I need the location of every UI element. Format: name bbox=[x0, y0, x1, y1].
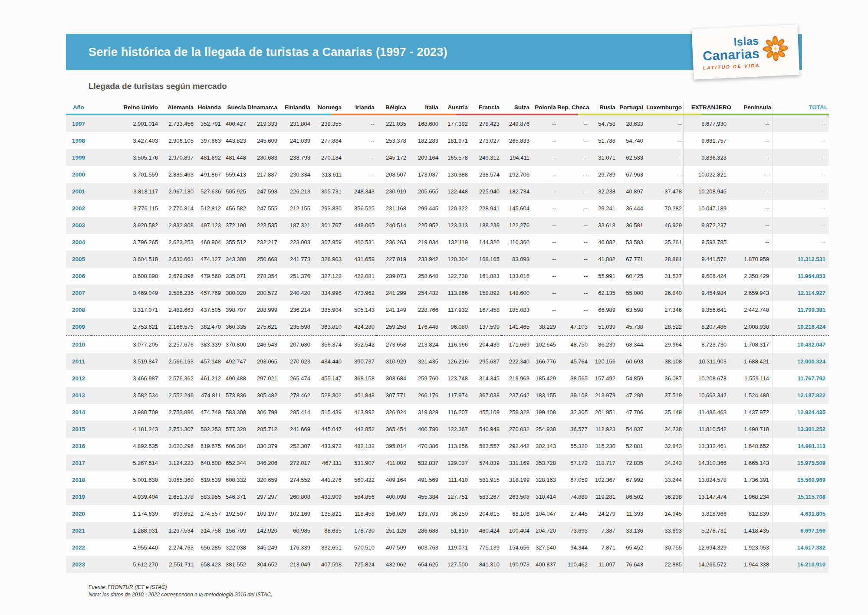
cell-belgica: 411.002 bbox=[376, 455, 408, 471]
cell-portugal: 54.859 bbox=[617, 370, 644, 387]
cell-peninsula: 2.659.943 bbox=[733, 285, 773, 301]
cell-reino-unido: 3.701.559 bbox=[91, 166, 159, 183]
cell-extranjero: 10.663.342 bbox=[684, 387, 733, 404]
cell-holanda: 497.123 bbox=[195, 217, 222, 234]
cell-holanda: 479.560 bbox=[195, 268, 222, 285]
cell-francia: 204.439 bbox=[469, 336, 501, 353]
cell-polonia: 302.143 bbox=[531, 438, 557, 455]
cell-extranjero: 13.824.578 bbox=[684, 471, 733, 488]
table-row: 20083.317.0712.482.663437.505398.707288.… bbox=[66, 301, 829, 318]
cell-suecia: 398.707 bbox=[222, 301, 247, 318]
cell-portugal: 11.393 bbox=[617, 505, 644, 522]
cell-holanda: 658.423 bbox=[195, 556, 222, 573]
cell-noruega: 528.302 bbox=[312, 387, 343, 404]
cell-polonia: -- bbox=[531, 301, 557, 318]
cell-polonia: 104.047 bbox=[531, 505, 557, 522]
cell-portugal: 54.037 bbox=[617, 421, 644, 438]
cell-extranjero: 9.606.424 bbox=[684, 268, 733, 285]
table-row: 20164.892.5353.020.296619.675606.384330.… bbox=[66, 438, 829, 455]
cell-suiza: 145.604 bbox=[501, 200, 531, 217]
cell-portugal: 62.533 bbox=[617, 149, 644, 166]
cell-italia: 654.625 bbox=[408, 556, 440, 573]
cell-rusia: 54.758 bbox=[589, 115, 617, 132]
cell-extranjero: 3.818.966 bbox=[684, 505, 733, 522]
cell-austria: 165.578 bbox=[440, 149, 469, 166]
cell-polonia: -- bbox=[531, 268, 557, 285]
cell-rep-checa: -- bbox=[557, 285, 589, 301]
cell-finlandia: 60.985 bbox=[279, 522, 312, 539]
cell-portugal: 72.835 bbox=[617, 455, 644, 471]
cell-belgica: 407.509 bbox=[376, 539, 408, 556]
cell-suecia: 400.427 bbox=[222, 115, 247, 132]
cell-extranjero: 11.810.542 bbox=[684, 421, 733, 438]
cell-peninsula: -- bbox=[733, 149, 773, 166]
cell-reino-unido: 4.892.535 bbox=[91, 438, 159, 455]
cell-alemania: 2.967.180 bbox=[159, 183, 195, 200]
year-cell: 2023 bbox=[66, 556, 91, 573]
cell-noruega: 239.355 bbox=[312, 115, 343, 132]
cell-belgica: 251.126 bbox=[376, 522, 408, 539]
cell-portugal: 47.280 bbox=[617, 387, 644, 404]
cell-total: 11.767.792 bbox=[773, 370, 829, 387]
cell-belgica: 303.684 bbox=[376, 370, 408, 387]
cell-rep-checa: 45.764 bbox=[557, 353, 589, 370]
cell-francia: 204.615 bbox=[469, 505, 501, 522]
cell-austria: 132.119 bbox=[440, 234, 469, 251]
col-header-polonia: Polonia bbox=[531, 102, 557, 114]
cell-finlandia: 241.669 bbox=[279, 421, 312, 438]
cell-suiza: 171.669 bbox=[501, 336, 531, 353]
table-row: 20194.939.4042.651.378583.955546.371297.… bbox=[66, 488, 829, 505]
cell-finlandia: 231.804 bbox=[279, 115, 312, 132]
cell-alemania: 2.166.575 bbox=[159, 318, 195, 336]
cell-noruega: 467.111 bbox=[312, 455, 343, 471]
cell-alemania: 2.257.676 bbox=[159, 336, 195, 353]
cell-polonia: 166.776 bbox=[531, 353, 557, 370]
cell-rusia: 51.039 bbox=[589, 318, 617, 336]
table-row: 20235.612.2702.551.711658.423381.552304.… bbox=[66, 556, 829, 573]
cell-polonia: 102.645 bbox=[531, 336, 557, 353]
cell-extranjero: 8.677.930 bbox=[684, 115, 733, 132]
table-row: 20143.980.7092.753.896474.749583.308306.… bbox=[66, 404, 829, 421]
cell-holanda: 460.904 bbox=[195, 234, 222, 251]
cell-polonia: 183.155 bbox=[531, 387, 557, 404]
cell-alemania: 2.586.236 bbox=[159, 285, 195, 301]
cell-holanda: 527.636 bbox=[195, 183, 222, 200]
cell-dinamarca: 345.249 bbox=[247, 539, 279, 556]
cell-irlanda: -- bbox=[343, 166, 376, 183]
cell-polonia: -- bbox=[531, 200, 557, 217]
cell-suiza: 265.833 bbox=[501, 132, 531, 149]
cell-luxemburgo: 37.519 bbox=[644, 387, 684, 404]
cell-suiza: 219.963 bbox=[501, 370, 531, 387]
cell-alemania: 2.274.763 bbox=[159, 539, 195, 556]
cell-austria: 36.250 bbox=[440, 505, 469, 522]
cell-francia: 581.915 bbox=[469, 471, 501, 488]
cell-suiza: 222.340 bbox=[501, 353, 531, 370]
cell-extranjero: 8.207.486 bbox=[684, 318, 733, 336]
cell-rep-checa: -- bbox=[557, 200, 589, 217]
cell-finlandia: 230.334 bbox=[279, 166, 312, 183]
cell-extranjero: 5.278.731 bbox=[684, 522, 733, 539]
cell-italia: 233.942 bbox=[408, 251, 440, 268]
cell-noruega: 363.810 bbox=[312, 318, 343, 336]
cell-reino-unido: 2.753.621 bbox=[91, 318, 159, 336]
cell-suecia: 370.800 bbox=[222, 336, 247, 353]
cell-belgica: 432.062 bbox=[376, 556, 408, 573]
cell-total: 4.631.805 bbox=[773, 505, 829, 522]
cell-reino-unido: 1.174.639 bbox=[91, 505, 159, 522]
cell-extranjero: 14.310.366 bbox=[684, 455, 733, 471]
cell-extranjero: 13.332.461 bbox=[684, 438, 733, 455]
table-row: 20092.753.6212.166.575382.470360.335275.… bbox=[66, 318, 829, 336]
cell-irlanda: 460.531 bbox=[343, 234, 376, 251]
cell-luxemburgo: 29.964 bbox=[644, 336, 684, 353]
year-cell: 2007 bbox=[66, 285, 91, 301]
cell-suecia: 546.371 bbox=[222, 488, 247, 505]
cell-rep-checa: -- bbox=[557, 183, 589, 200]
cell-italia: 173.087 bbox=[408, 166, 440, 183]
year-cell: 2015 bbox=[66, 421, 91, 438]
cell-rep-checa: -- bbox=[557, 251, 589, 268]
cell-luxemburgo: 36.238 bbox=[644, 488, 684, 505]
cell-francia: 540.948 bbox=[469, 421, 501, 438]
cell-total: 10.216.424 bbox=[773, 318, 829, 336]
cell-austria: 113.866 bbox=[440, 285, 469, 301]
cell-dinamarca: 142.920 bbox=[247, 522, 279, 539]
